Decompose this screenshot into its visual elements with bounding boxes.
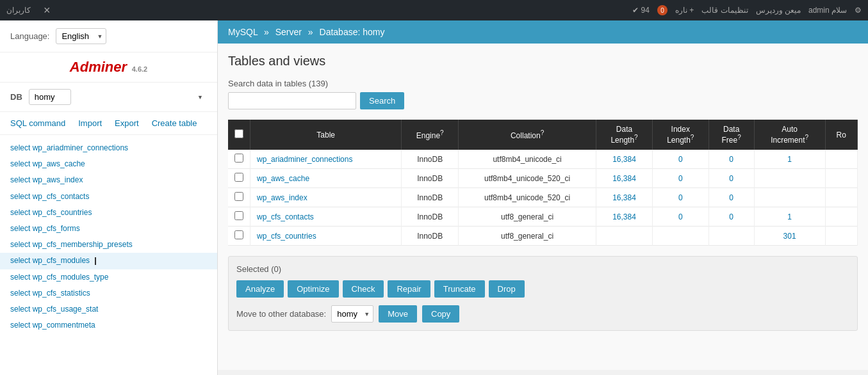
sidebar-item-cfs-usage-stat[interactable]: select wp_cfs_usage_stat (0, 301, 217, 317)
check-button[interactable]: Check (343, 280, 384, 298)
sidebar-item-ariadminer-connections[interactable]: select wp_ariadminer_connections (0, 140, 217, 156)
admin-bar-left: ⚙ سلام admin میعن وردپرس تنظیمات قالب + … (632, 5, 862, 15)
tables-table: Table Engine? Collation? DataLength? Ind… (228, 120, 858, 246)
breadcrumb-sep2: » (308, 27, 313, 37)
row-index-length: 0 (652, 207, 708, 227)
sidebar-link-sql[interactable]: SQL command (10, 118, 65, 128)
admin-menu-updates[interactable]: 94 ✔ (632, 6, 650, 15)
breadcrumb-mysql[interactable]: MySQL (228, 27, 258, 37)
move-db-select-wrapper[interactable]: homy (331, 305, 373, 323)
table-link[interactable]: wp_aws_cache (257, 174, 309, 183)
sidebar-link-create-table[interactable]: Create table (152, 118, 197, 128)
optimize-button[interactable]: Optimize (288, 280, 338, 298)
row-table-name: wp_aws_index (250, 188, 402, 207)
sidebar-item-cfs-countries[interactable]: select wp_cfs_countries (0, 205, 217, 221)
table-link[interactable]: wp_cfs_contacts (257, 212, 314, 221)
sidebar-item-aws-index[interactable]: select wp_aws_index (0, 172, 217, 188)
action-buttons: Analyze Optimize Check Repair Truncate D… (236, 280, 849, 298)
action-bar: Selected (0) Analyze Optimize Check Repa… (228, 256, 858, 331)
admin-site-name[interactable]: سلام admin (808, 6, 847, 15)
row-index-length: 0 (652, 169, 708, 188)
sidebar-item-cfs-modules-type[interactable]: select wp_cfs_modules_type (0, 269, 217, 285)
search-label: Search data in tables (139) (228, 79, 858, 88)
row-checkbox[interactable] (234, 192, 243, 201)
header-data-free: DataFree? (708, 120, 754, 150)
row-data-free: 0 (708, 150, 754, 169)
sidebar-item-commentmeta[interactable]: select wp_commentmeta (0, 317, 217, 333)
row-checkbox[interactable] (234, 154, 243, 163)
sidebar-item-aws-cache[interactable]: select wp_aws_cache (0, 156, 217, 172)
row-rows (825, 207, 857, 227)
sidebar-item-cfs-contacts[interactable]: select wp_cfs_contacts (0, 189, 217, 205)
table-link[interactable]: wp_ariadminer_connections (257, 155, 352, 164)
table-row: wp_aws_index InnoDB utf8mb4_unicode_520_… (228, 188, 858, 207)
move-db-select[interactable]: homy (331, 305, 373, 323)
language-select[interactable]: English Persian Arabic (56, 28, 106, 44)
table-row: wp_cfs_contacts InnoDB utf8_general_ci 1… (228, 207, 858, 227)
search-section: Search data in tables (139) Search (228, 79, 858, 109)
row-index-length (652, 227, 708, 246)
db-label: DB (10, 92, 22, 102)
selected-count: Selected (0) (236, 264, 849, 274)
row-checkbox[interactable] (234, 173, 243, 182)
sidebar-item-cfs-statistics[interactable]: select wp_cfs_statistics (0, 285, 217, 301)
select-all-checkbox[interactable] (234, 129, 243, 138)
table-link[interactable]: wp_cfs_countries (257, 232, 316, 241)
row-rows (825, 227, 857, 246)
data-free-sort: ? (737, 134, 741, 141)
sidebar-link-export[interactable]: Export (115, 118, 139, 128)
page-content: Tables and views Search data in tables (… (218, 44, 868, 370)
breadcrumb-server[interactable]: Server (275, 27, 302, 37)
row-engine: InnoDB (402, 150, 459, 169)
sidebar-item-cfs-membership-presets[interactable]: select wp_cfs_membership_presets (0, 237, 217, 253)
row-data-length: 16,384 (596, 150, 653, 169)
search-input[interactable] (228, 92, 356, 109)
drop-button[interactable]: Drop (489, 280, 525, 298)
row-table-name: wp_aws_cache (250, 169, 402, 188)
row-data-free: 0 (708, 188, 754, 207)
language-select-wrapper[interactable]: English Persian Arabic (56, 28, 106, 44)
row-checkbox[interactable] (234, 211, 243, 220)
admin-notifications[interactable]: 0 (657, 5, 667, 15)
row-data-length: 16,384 (596, 207, 653, 227)
search-button[interactable]: Search (360, 92, 404, 109)
admin-right-label[interactable]: کاربران (6, 6, 31, 15)
admin-menu-new[interactable]: + ناره (675, 6, 694, 15)
db-select[interactable]: homy (29, 89, 71, 105)
row-auto-increment (754, 169, 825, 188)
copy-button[interactable]: Copy (422, 305, 459, 323)
admin-menu-main[interactable]: میعن وردپرس (756, 6, 801, 15)
row-checkbox-col (228, 169, 250, 188)
admin-close-btn[interactable]: × (44, 4, 51, 17)
truncate-button[interactable]: Truncate (434, 280, 485, 298)
admin-bar-right: × کاربران (6, 4, 51, 17)
header-checkbox-col (228, 120, 250, 150)
notification-count: 0 (657, 5, 667, 15)
db-select-wrapper[interactable]: homy (29, 89, 207, 105)
row-checkbox[interactable] (234, 230, 243, 239)
row-engine: InnoDB (402, 227, 459, 246)
header-rows: Ro (825, 120, 857, 150)
collation-sort: ? (541, 129, 545, 136)
move-button[interactable]: Move (379, 305, 417, 323)
table-body: wp_ariadminer_connections InnoDB utf8mb4… (228, 150, 858, 246)
analyze-button[interactable]: Analyze (236, 280, 284, 298)
table-link[interactable]: wp_aws_index (257, 193, 307, 202)
row-index-length: 0 (652, 188, 708, 207)
content-area: MySQL » Server » Database: homy Tables a… (218, 20, 868, 375)
row-rows (825, 169, 857, 188)
breadcrumb: MySQL » Server » Database: homy (218, 20, 868, 44)
main-wrapper: Language: English Persian Arabic Adminer… (0, 20, 868, 375)
admin-menu-theme[interactable]: تنظیمات قالب (701, 6, 748, 15)
sidebar-item-cfs-forms[interactable]: select wp_cfs_forms (0, 221, 217, 237)
row-data-length: 16,384 (596, 188, 653, 207)
row-auto-increment: 1 (754, 150, 825, 169)
data-length-sort: ? (634, 134, 638, 141)
header-index-length: IndexLength? (652, 120, 708, 150)
sidebar-link-import[interactable]: Import (78, 118, 102, 128)
row-rows (825, 150, 857, 169)
row-checkbox-col (228, 188, 250, 207)
repair-button[interactable]: Repair (388, 280, 430, 298)
sidebar-item-cfs-modules[interactable]: select wp_cfs_modules (0, 253, 217, 269)
search-row: Search (228, 92, 858, 109)
